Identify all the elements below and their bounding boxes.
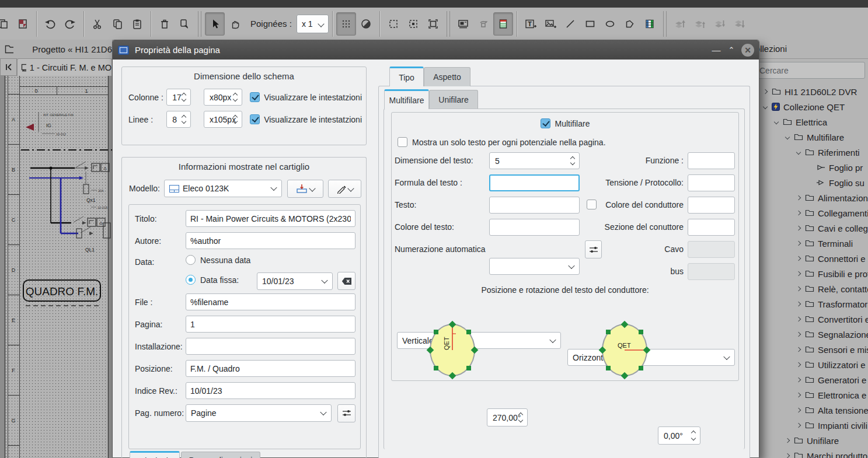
horizontal-angle-spinner[interactable]: 0,00° xyxy=(658,426,700,445)
conductor-color-checkbox[interactable] xyxy=(587,200,597,209)
subtab-unifilare[interactable]: Unifilare xyxy=(429,90,478,109)
add-image-button[interactable] xyxy=(541,12,560,36)
paste-button[interactable] xyxy=(127,12,147,36)
expander-icon[interactable] xyxy=(785,454,790,457)
redo-button[interactable] xyxy=(60,12,80,36)
expander-icon[interactable] xyxy=(773,120,779,124)
expander-icon[interactable] xyxy=(762,105,768,109)
delete-button[interactable] xyxy=(155,12,175,36)
expander-icon[interactable] xyxy=(796,333,801,336)
file-field[interactable] xyxy=(186,293,355,310)
handles-multiplier-select[interactable]: x 1 xyxy=(297,15,329,33)
selection-content-button[interactable] xyxy=(403,12,423,36)
tab-personalizzazioni[interactable]: Personalizzazioni xyxy=(181,452,260,458)
edit-titleblock-button[interactable] xyxy=(328,180,361,198)
expander-icon[interactable] xyxy=(796,348,801,351)
installation-field[interactable] xyxy=(186,338,355,355)
expander-icon[interactable] xyxy=(796,196,801,200)
add-rectangle-button[interactable] xyxy=(580,12,600,36)
table-properties-button[interactable] xyxy=(493,12,513,36)
print-button[interactable] xyxy=(0,12,13,36)
selection-fit-button[interactable] xyxy=(423,12,443,36)
bring-to-front-button[interactable] xyxy=(670,12,690,36)
spin-down-icon[interactable] xyxy=(182,97,186,102)
titleblock-editor-button[interactable] xyxy=(454,12,473,36)
autonum-config-button[interactable] xyxy=(585,240,602,258)
lower-button[interactable] xyxy=(710,12,730,36)
position-field[interactable] xyxy=(186,360,355,377)
expander-icon[interactable] xyxy=(796,242,801,245)
show-row-headers-checkbox[interactable] xyxy=(250,114,260,124)
schematic-canvas[interactable]: 0 1 A B C D E F G xyxy=(0,76,112,458)
expander-icon[interactable] xyxy=(796,272,801,275)
paste-style-button[interactable] xyxy=(175,12,194,36)
first-page-button[interactable] xyxy=(0,58,17,76)
add-table-button[interactable] xyxy=(640,12,660,36)
rows-count-spinner[interactable]: 8 xyxy=(166,111,191,128)
expander-icon[interactable] xyxy=(762,90,768,93)
expander-icon[interactable] xyxy=(796,424,801,427)
spin-down-icon[interactable] xyxy=(691,436,696,440)
expander-icon[interactable] xyxy=(796,393,801,397)
apply-titleblock-button[interactable] xyxy=(287,180,323,198)
close-button[interactable]: ✕ xyxy=(741,44,754,57)
date-select[interactable]: 10/01/23 xyxy=(257,272,333,290)
collection-search-input[interactable] xyxy=(754,62,865,79)
function-field[interactable] xyxy=(688,152,735,169)
expander-icon[interactable] xyxy=(785,439,790,442)
pan-mode-button[interactable] xyxy=(225,12,245,36)
rev-index-field[interactable] xyxy=(186,382,355,399)
rotate-button[interactable] xyxy=(473,12,493,36)
cut-button[interactable] xyxy=(88,12,107,36)
raise-button[interactable] xyxy=(690,12,710,36)
tab-aspetto[interactable]: Aspetto xyxy=(424,67,470,86)
conductor-color-field[interactable] xyxy=(688,197,735,214)
maximize-button[interactable]: ⌃ xyxy=(724,46,739,54)
send-to-back-button[interactable] xyxy=(730,12,750,36)
expander-icon[interactable] xyxy=(796,257,801,260)
sheet-tab[interactable]: 1 - Circuiti F. M. e MO xyxy=(17,58,112,76)
page-number-config-button[interactable] xyxy=(337,404,355,422)
formula-field[interactable] xyxy=(489,174,580,191)
vertical-rotation-widget[interactable]: QET xyxy=(422,320,483,380)
voltage-field[interactable] xyxy=(688,174,735,191)
grid-toggle-button[interactable] xyxy=(336,12,356,36)
spin-down-icon[interactable] xyxy=(570,160,575,165)
minimize-button[interactable]: — xyxy=(709,45,724,55)
copy-button[interactable] xyxy=(107,12,127,36)
spin-down-icon[interactable] xyxy=(182,119,186,124)
expander-icon[interactable] xyxy=(796,378,801,382)
model-select[interactable]: Eleco 0123K xyxy=(164,180,282,197)
expander-icon[interactable] xyxy=(796,302,801,306)
expander-icon[interactable] xyxy=(796,363,801,366)
expander-icon[interactable] xyxy=(785,135,790,139)
text-field[interactable] xyxy=(489,197,580,214)
multifilare-checkbox[interactable] xyxy=(541,118,550,128)
section-field[interactable] xyxy=(688,219,735,236)
title-field[interactable] xyxy=(186,210,355,227)
clear-date-button[interactable] xyxy=(337,272,355,290)
expander-icon[interactable] xyxy=(796,151,801,154)
vertical-angle-spinner[interactable]: 270,00° xyxy=(487,408,528,426)
text-color-button[interactable] xyxy=(489,219,580,236)
autonum-select[interactable] xyxy=(489,258,580,275)
text-size-spinner[interactable]: 5 xyxy=(489,152,580,169)
undo-button[interactable] xyxy=(40,12,60,36)
add-polygon-button[interactable] xyxy=(620,12,640,36)
close-project-button[interactable] xyxy=(13,12,33,36)
add-text-button[interactable]: T xyxy=(521,12,541,36)
tab-principale[interactable]: Principale xyxy=(130,451,180,458)
horizontal-rotation-widget[interactable]: QET xyxy=(594,320,655,380)
subtab-multifilare[interactable]: Multifilare xyxy=(384,89,429,109)
expander-icon[interactable] xyxy=(796,408,801,412)
rows-height-spinner[interactable]: x105px xyxy=(204,111,242,128)
page-number-select[interactable]: Pagine xyxy=(186,404,332,422)
expander-icon[interactable] xyxy=(796,287,801,291)
select-mode-button[interactable] xyxy=(205,12,225,36)
add-line-button[interactable] xyxy=(560,12,580,36)
project-tab[interactable]: Progetto « HI1 21D6 xyxy=(0,40,112,59)
page-field[interactable] xyxy=(186,316,355,333)
show-column-headers-checkbox[interactable] xyxy=(250,92,260,102)
expander-icon[interactable] xyxy=(796,317,801,321)
no-date-radio[interactable] xyxy=(186,255,196,265)
